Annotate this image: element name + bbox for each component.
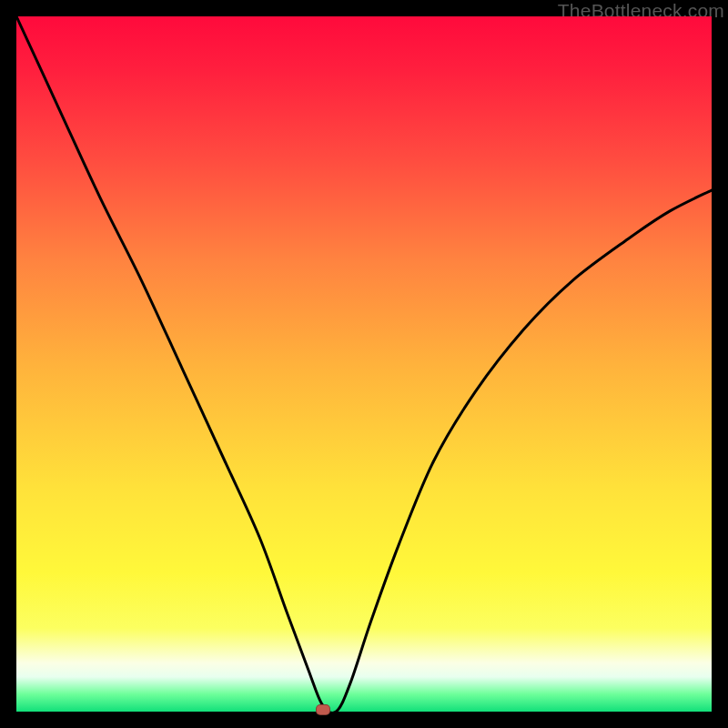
curve-svg	[16, 16, 712, 712]
plot-area	[16, 16, 712, 712]
chart-stage: TheBottleneck.com	[0, 0, 728, 728]
bottleneck-curve	[16, 16, 712, 712]
minimum-marker	[316, 704, 330, 715]
